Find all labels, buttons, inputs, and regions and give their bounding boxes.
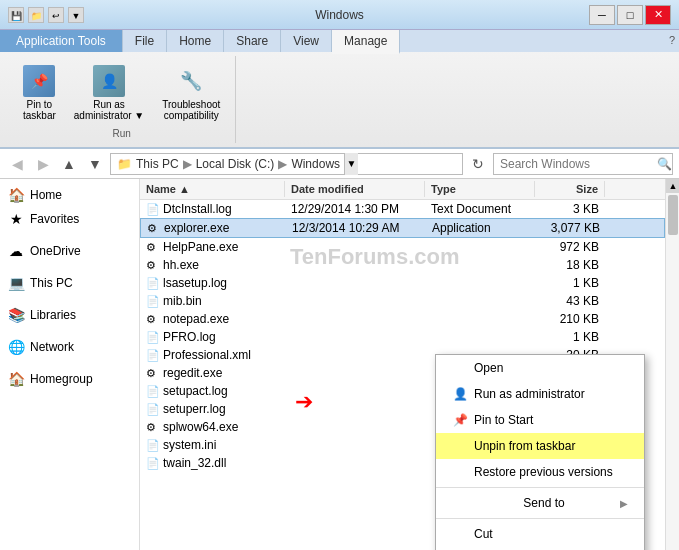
file-name-cell: ⚙ notepad.exe xyxy=(140,311,285,327)
ribbon: Application Tools File Home Share View M… xyxy=(0,30,679,149)
path-local-disk[interactable]: Local Disk (C:) xyxy=(196,157,275,171)
file-date-cell xyxy=(285,246,425,248)
qa-save-icon[interactable]: 💾 xyxy=(8,7,24,23)
col-header-size[interactable]: Size xyxy=(535,181,605,197)
minimize-button[interactable]: ─ xyxy=(589,5,615,25)
file-size-cell: 972 KB xyxy=(535,239,605,255)
context-menu-item-send-to[interactable]: Send to▶ xyxy=(436,490,644,516)
quick-access-toolbar: 💾 📁 ↩ ▼ xyxy=(8,7,84,23)
table-row[interactable]: 📄 lsasetup.log 1 KB xyxy=(140,274,665,292)
file-icon: 📄 xyxy=(146,295,160,308)
context-menu-item-restore[interactable]: Restore previous versions xyxy=(436,459,644,485)
tab-file[interactable]: File xyxy=(123,30,167,52)
table-row[interactable]: 📄 PFRO.log 1 KB xyxy=(140,328,665,346)
address-path[interactable]: 📁 This PC ▶ Local Disk (C:) ▶ Windows ▼ xyxy=(110,153,463,175)
file-name-cell: 📄 twain_32.dll xyxy=(140,455,285,471)
table-row[interactable]: ⚙ hh.exe 18 KB xyxy=(140,256,665,274)
ctx-label-open: Open xyxy=(474,361,503,375)
recent-locations-button[interactable]: ▼ xyxy=(84,153,106,175)
ctx-label-run-as: Run as administrator xyxy=(474,387,585,401)
sidebar-item-onedrive[interactable]: ☁ OneDrive xyxy=(0,239,139,263)
scroll-track[interactable] xyxy=(666,193,679,550)
context-menu-item-cut[interactable]: Cut xyxy=(436,521,644,547)
run-as-label: Run asadministrator ▼ xyxy=(74,99,144,121)
file-type-cell xyxy=(425,336,535,338)
file-name-cell: 📄 PFRO.log xyxy=(140,329,285,345)
tab-app-tools[interactable]: Application Tools xyxy=(0,30,123,52)
title-bar: 💾 📁 ↩ ▼ Windows ─ □ ✕ xyxy=(0,0,679,30)
back-button[interactable]: ◀ xyxy=(6,153,28,175)
col-header-type[interactable]: Type xyxy=(425,181,535,197)
tab-share[interactable]: Share xyxy=(224,30,281,52)
sidebar-item-libraries[interactable]: 📚 Libraries xyxy=(0,303,139,327)
maximize-button[interactable]: □ xyxy=(617,5,643,25)
table-row[interactable]: ⚙ HelpPane.exe 972 KB xyxy=(140,238,665,256)
file-icon: 📄 xyxy=(146,349,160,362)
context-menu-item-pin-start[interactable]: 📌Pin to Start xyxy=(436,407,644,433)
qa-folder-icon[interactable]: 📁 xyxy=(28,7,44,23)
path-dropdown-button[interactable]: ▼ xyxy=(344,153,358,175)
search-input[interactable] xyxy=(494,157,656,171)
sidebar-item-home[interactable]: 🏠 Home xyxy=(0,183,139,207)
sidebar-item-network[interactable]: 🌐 Network xyxy=(0,335,139,359)
col-header-name[interactable]: Name ▲ xyxy=(140,181,285,197)
qa-dropdown-icon[interactable]: ▼ xyxy=(68,7,84,23)
scrollbar[interactable]: ▲ ▼ xyxy=(665,179,679,550)
file-date-cell xyxy=(285,390,425,392)
path-windows[interactable]: Windows xyxy=(291,157,340,171)
file-date-cell xyxy=(285,318,425,320)
file-name-cell: 📄 lsasetup.log xyxy=(140,275,285,291)
file-icon: 📄 xyxy=(146,277,160,290)
file-name-cell: 📄 Professional.xml xyxy=(140,347,285,363)
file-type-cell xyxy=(425,300,535,302)
search-icon[interactable]: 🔍 xyxy=(656,153,672,175)
tab-manage[interactable]: Manage xyxy=(332,30,400,54)
sidebar-item-favorites[interactable]: ★ Favorites xyxy=(0,207,139,231)
run-as-icon: 👤 xyxy=(93,65,125,97)
ribbon-content: 📌 Pin totaskbar 👤 Run asadministrator ▼ … xyxy=(0,52,679,147)
sidebar-item-this-pc[interactable]: 💻 This PC xyxy=(0,271,139,295)
troubleshoot-compatibility-button[interactable]: 🔧 Troubleshootcompatibility xyxy=(155,60,227,126)
sidebar-item-homegroup[interactable]: 🏠 Homegroup xyxy=(0,367,139,391)
col-header-date[interactable]: Date modified xyxy=(285,181,425,197)
address-bar: ◀ ▶ ▲ ▼ 📁 This PC ▶ Local Disk (C:) ▶ Wi… xyxy=(0,149,679,179)
table-row[interactable]: 📄 DtcInstall.log 12/29/2014 1:30 PM Text… xyxy=(140,200,665,218)
file-size-cell: 43 KB xyxy=(535,293,605,309)
file-icon: 📄 xyxy=(146,331,160,344)
close-button[interactable]: ✕ xyxy=(645,5,671,25)
context-menu-item-unpin-taskbar[interactable]: Unpin from taskbar xyxy=(436,433,644,459)
file-name-cell: 📄 system.ini xyxy=(140,437,285,453)
ribbon-help-icon[interactable]: ? xyxy=(669,34,675,46)
scroll-up-arrow[interactable]: ▲ xyxy=(666,179,679,193)
ribbon-group-run: 📌 Pin totaskbar 👤 Run asadministrator ▼ … xyxy=(8,56,236,143)
file-name-cell: ⚙ splwow64.exe xyxy=(140,419,285,435)
ribbon-group-items: 📌 Pin totaskbar 👤 Run asadministrator ▼ … xyxy=(16,60,227,126)
refresh-button[interactable]: ↻ xyxy=(467,153,489,175)
up-button[interactable]: ▲ xyxy=(58,153,80,175)
file-name-cell: 📄 DtcInstall.log xyxy=(140,201,285,217)
table-row[interactable]: ⚙ explorer.exe 12/3/2014 10:29 AM Applic… xyxy=(140,218,665,238)
run-as-administrator-button[interactable]: 👤 Run asadministrator ▼ xyxy=(67,60,151,126)
main-area: 🏠 Home ★ Favorites ☁ OneDrive 💻 This PC … xyxy=(0,179,679,550)
ctx-label-restore: Restore previous versions xyxy=(474,465,613,479)
ctx-label-unpin-taskbar: Unpin from taskbar xyxy=(474,439,575,453)
file-icon: ⚙ xyxy=(146,367,160,380)
file-icon: ⚙ xyxy=(146,421,160,434)
forward-button[interactable]: ▶ xyxy=(32,153,54,175)
search-box[interactable]: 🔍 xyxy=(493,153,673,175)
file-name-cell: 📄 setupact.log xyxy=(140,383,285,399)
qa-undo-icon[interactable]: ↩ xyxy=(48,7,64,23)
path-this-pc[interactable]: This PC xyxy=(136,157,179,171)
file-type-cell: Application xyxy=(426,220,536,236)
pin-to-taskbar-button[interactable]: 📌 Pin totaskbar xyxy=(16,60,63,126)
tab-home[interactable]: Home xyxy=(167,30,224,52)
tab-view[interactable]: View xyxy=(281,30,332,52)
table-row[interactable]: ⚙ notepad.exe 210 KB xyxy=(140,310,665,328)
scroll-thumb[interactable] xyxy=(668,195,678,235)
file-size-cell: 210 KB xyxy=(535,311,605,327)
file-type-cell xyxy=(425,264,535,266)
context-menu-item-run-as[interactable]: 👤Run as administrator xyxy=(436,381,644,407)
table-row[interactable]: 📄 mib.bin 43 KB xyxy=(140,292,665,310)
context-menu-item-open[interactable]: Open xyxy=(436,355,644,381)
ctx-icon-run-as: 👤 xyxy=(452,386,468,402)
